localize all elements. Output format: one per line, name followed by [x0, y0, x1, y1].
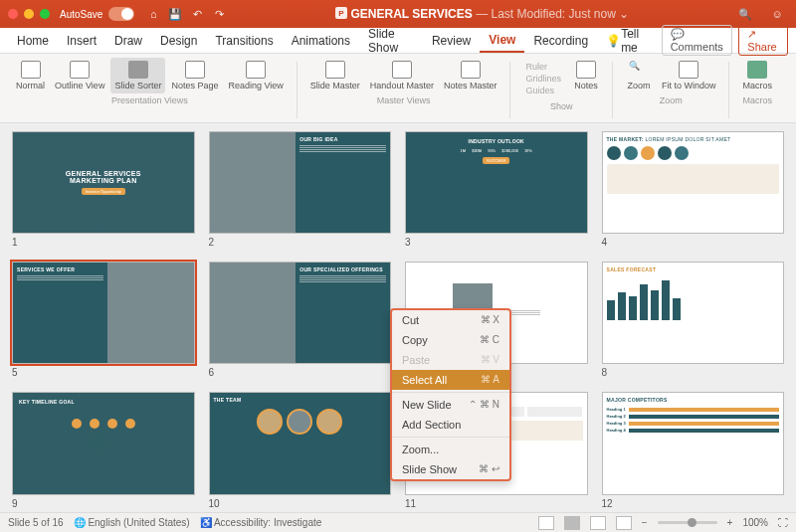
document-title: P GENERAL SERVICES — Last Modified: Just… — [230, 7, 734, 21]
tab-recording[interactable]: Recording — [524, 28, 597, 53]
tab-tell-me[interactable]: 💡 Tell me — [597, 28, 656, 53]
maximize-window-button[interactable] — [40, 9, 50, 19]
undo-icon[interactable]: ↶ — [189, 6, 205, 22]
notes-master-button[interactable]: Notes Master — [440, 58, 501, 93]
tell-me-label: Tell me — [621, 27, 647, 55]
minimize-window-button[interactable] — [24, 9, 34, 19]
macros-group-label: Macros — [742, 95, 772, 105]
tab-animations[interactable]: Animations — [283, 28, 359, 53]
slide-thumb-5[interactable]: SERVICES WE OFFER 5 — [12, 262, 195, 378]
slide-thumb-4[interactable]: THE MARKET: Lorem ipsum dolor sit amet 4 — [602, 131, 785, 248]
account-icon[interactable]: ☺ — [769, 6, 785, 22]
zoom-level: 100% — [742, 517, 768, 528]
search-icon[interactable]: 🔍 — [737, 6, 753, 22]
slide-master-button[interactable]: Slide Master — [306, 58, 364, 93]
tab-insert[interactable]: Insert — [58, 28, 105, 53]
normal-view-icon[interactable] — [538, 516, 554, 530]
language-status[interactable]: 🌐 English (United States) — [74, 517, 190, 528]
notes-page-button[interactable]: Notes Page — [167, 58, 222, 93]
slide-sorter-pane[interactable]: GENERAL SERVICES MARKETING PLAN Investor… — [0, 123, 796, 512]
ctx-select-all[interactable]: Select All⌘ A — [392, 370, 509, 390]
masters-group-label: Master Views — [377, 95, 431, 105]
slide-count: Slide 5 of 16 — [8, 517, 64, 528]
slide-thumb-8[interactable]: SALES FORECAST 8 — [602, 262, 785, 378]
svg-text:P: P — [339, 9, 345, 18]
slide-thumb-6[interactable]: OUR SPECIALIZED OFFERINGS 6 — [209, 262, 392, 378]
zoom-group-label: Zoom — [660, 95, 683, 105]
slide-thumb-2[interactable]: OUR BIG IDEA 2 — [209, 131, 392, 248]
tab-design[interactable]: Design — [151, 28, 206, 53]
tab-view[interactable]: View — [480, 28, 524, 53]
slide-thumb-1[interactable]: GENERAL SERVICES MARKETING PLAN Investor… — [12, 131, 195, 248]
outline-view-button[interactable]: Outline View — [51, 58, 108, 93]
zoom-out-icon[interactable]: − — [642, 517, 648, 528]
handout-master-button[interactable]: Handout Master — [366, 58, 438, 93]
slide-sorter-button[interactable]: Slide Sorter — [110, 58, 165, 93]
comments-button[interactable]: 💬 Comments — [662, 25, 733, 56]
tab-home[interactable]: Home — [8, 28, 58, 53]
zoom-slider[interactable] — [658, 521, 717, 524]
context-menu: Cut⌘ X Copy⌘ C Paste⌘ V Select All⌘ A Ne… — [390, 308, 511, 481]
notes-button[interactable]: Notes — [569, 58, 603, 99]
ctx-add-section[interactable]: Add Section — [392, 415, 509, 435]
chevron-down-icon[interactable]: ⌄ — [619, 7, 629, 21]
doc-name: GENERAL SERVICES — [351, 7, 473, 21]
slide-thumb-10[interactable]: THE TEAM 10 — [209, 392, 392, 508]
redo-icon[interactable]: ↷ — [211, 6, 227, 22]
ribbon-view: Normal Outline View Slide Sorter Notes P… — [0, 54, 796, 123]
autosave-toggle[interactable] — [108, 7, 134, 21]
show-checkboxes[interactable]: Ruler Gridlines Guides — [519, 58, 567, 99]
ctx-slide-show[interactable]: Slide Show⌘ ↩ — [392, 459, 509, 479]
slide-thumb-3[interactable]: INDUSTRY OUTLOOK 1M $30M 95% $280,000 19… — [405, 131, 588, 248]
ctx-new-slide[interactable]: New Slide⌃ ⌘ N — [392, 395, 509, 415]
reading-view-button[interactable]: Reading View — [224, 58, 287, 93]
close-window-button[interactable] — [8, 9, 18, 19]
titlebar: AutoSave ⌂ 💾 ↶ ↷ P GENERAL SERVICES — La… — [0, 0, 796, 28]
ribbon-tabs: Home Insert Draw Design Transitions Anim… — [0, 28, 796, 54]
fit-window-button[interactable]: Fit to Window — [658, 58, 720, 93]
ctx-paste: Paste⌘ V — [392, 350, 509, 370]
macros-button[interactable]: Macros — [738, 58, 776, 93]
zoom-in-icon[interactable]: + — [727, 517, 733, 528]
slideshow-view-icon[interactable] — [616, 516, 632, 530]
window-controls — [8, 9, 50, 19]
ctx-copy[interactable]: Copy⌘ C — [392, 330, 509, 350]
ctx-zoom[interactable]: Zoom... — [392, 440, 509, 459]
slide-thumb-9[interactable]: KEY TIMELINE GOAL 9 — [12, 392, 195, 508]
status-bar: Slide 5 of 16 🌐 English (United States) … — [0, 512, 796, 532]
tab-transitions[interactable]: Transitions — [206, 28, 282, 53]
fit-icon[interactable]: ⛶ — [778, 517, 788, 528]
home-icon[interactable]: ⌂ — [145, 6, 161, 22]
zoom-button[interactable]: 🔍Zoom — [622, 58, 656, 93]
ctx-cut[interactable]: Cut⌘ X — [392, 310, 509, 330]
accessibility-status[interactable]: ♿ Accessibility: Investigate — [200, 517, 322, 528]
normal-view-button[interactable]: Normal — [12, 58, 49, 93]
save-icon[interactable]: 💾 — [167, 6, 183, 22]
tab-draw[interactable]: Draw — [105, 28, 151, 53]
views-group-label: Presentation Views — [111, 95, 188, 105]
tab-slide-show[interactable]: Slide Show — [359, 28, 423, 53]
modified-label: — Last Modified: Just now — [476, 7, 616, 21]
slide-thumb-12[interactable]: MAJOR COMPETITORS Heading 1 Heading 2 He… — [602, 392, 785, 508]
autosave-label: AutoSave — [60, 9, 102, 20]
tab-review[interactable]: Review — [423, 28, 480, 53]
share-button[interactable]: ↗ Share — [738, 25, 788, 56]
sorter-view-icon[interactable] — [564, 516, 580, 530]
show-group-label: Show — [550, 101, 573, 111]
reading-view-icon[interactable] — [590, 516, 606, 530]
